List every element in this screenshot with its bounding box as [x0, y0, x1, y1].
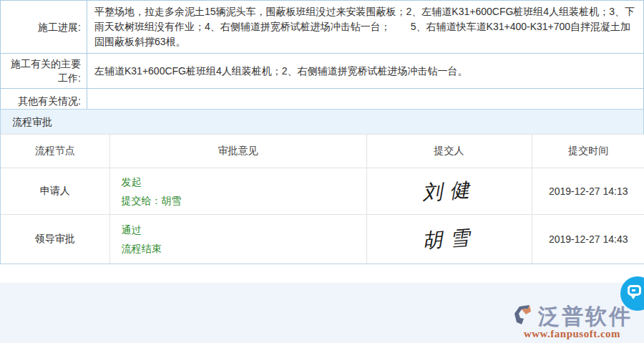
approval-table: 流程节点 审批意见 提交人 提交时间 申请人 发起 提交给：胡雪 刘健 2019…: [1, 134, 644, 264]
table-row: 领导审批 通过 流程结束 胡雪 2019-12-27 14:43: [1, 215, 644, 264]
column-header-submitter: 提交人: [366, 135, 532, 168]
status-process-ended: 流程结束: [122, 239, 366, 258]
field-label-progress: 施工进展:: [1, 1, 87, 54]
approval-panel: 流程审批 流程节点 审批意见 提交人 提交时间 申请人 发起 提交给：胡雪 刘健: [0, 109, 644, 264]
signature-cell: 胡雪: [366, 215, 532, 264]
status-submitted-to: 提交给：胡雪: [122, 191, 366, 210]
status-passed: 通过: [122, 221, 366, 239]
table-row: 申请人 发起 提交给：胡雪 刘健 2019-12-27 14:13: [1, 168, 644, 215]
column-header-node: 流程节点: [1, 135, 109, 168]
table-row: 施工进展: 平整场地，拉走多余泥土15辆泥头车，围蔽板班组没过来安装围蔽板；2、…: [1, 1, 644, 54]
node-applicant: 申请人: [1, 168, 109, 215]
submit-time: 2019-12-27 14:43: [532, 215, 644, 264]
signature-cell: 刘健: [366, 168, 532, 215]
construction-info-table: 施工进展: 平整场地，拉走多余泥土15辆泥头车，围蔽板班组没过来安装围蔽板；2、…: [0, 0, 644, 113]
field-label-main-work: 施工有关的主要工作:: [1, 54, 87, 89]
brand-url: www.fanpusoft.com: [512, 328, 633, 340]
column-header-opinion: 审批意见: [109, 135, 366, 168]
brand-watermark: 泛普软件 www.fanpusoft.com: [512, 303, 633, 340]
opinion-cell: 发起 提交给：胡雪: [109, 168, 366, 215]
field-value-progress: 平整场地，拉走多余泥土15辆泥头车，围蔽板班组没过来安装围蔽板；2、左辅道K31…: [87, 1, 644, 54]
node-leader-approval: 领导审批: [1, 215, 109, 264]
signature-huxue: 胡雪: [421, 223, 477, 254]
signature-liujian: 刘健: [421, 175, 477, 206]
brand-name: 泛普软件: [538, 304, 633, 329]
field-value-main-work: 左辅道K31+600CFG桩班组4人组装桩机；2、右侧辅道拼宽桥试桩进场冲击钻一…: [87, 54, 644, 89]
status-initiated: 发起: [122, 173, 366, 191]
section-title-approval: 流程审批: [1, 110, 643, 134]
chat-bubble-icon: [628, 285, 641, 296]
table-header-row: 流程节点 审批意见 提交人 提交时间: [1, 135, 644, 168]
opinion-cell: 通过 流程结束: [109, 215, 366, 264]
brand-logo-icon: [512, 303, 536, 330]
footer-area: 泛普软件 www.fanpusoft.com: [0, 283, 644, 343]
column-header-time: 提交时间: [532, 135, 644, 168]
submit-time: 2019-12-27 14:13: [532, 168, 644, 215]
table-row: 施工有关的主要工作: 左辅道K31+600CFG桩班组4人组装桩机；2、右侧辅道…: [1, 54, 644, 89]
